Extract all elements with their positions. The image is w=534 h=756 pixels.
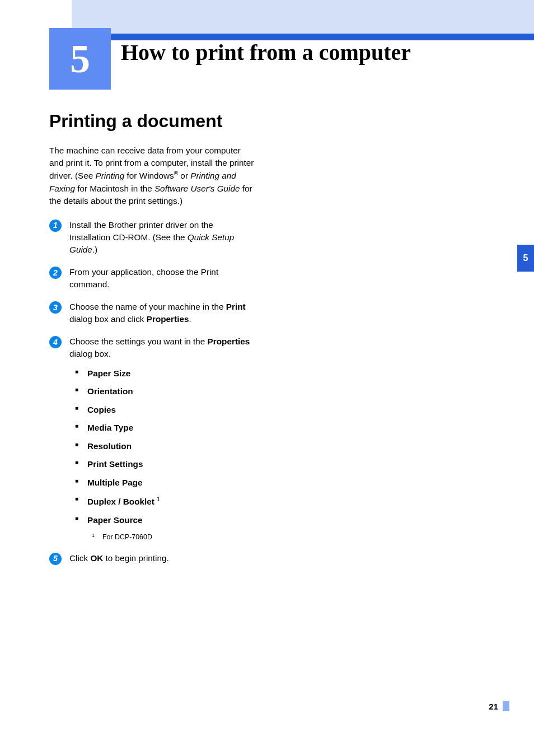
step-bullet: 4 bbox=[49, 336, 62, 348]
step-text-part: From your application, choose the Print … bbox=[69, 267, 218, 289]
side-tab: 5 bbox=[517, 245, 534, 272]
step-bullet: 2 bbox=[49, 267, 62, 279]
step-text-part: Click bbox=[69, 553, 90, 563]
list-item: Media Type bbox=[75, 422, 256, 434]
intro-italic-3: Software User's Guide bbox=[154, 184, 240, 193]
footnote-marker: 1 bbox=[157, 496, 160, 502]
body-column: The machine can receive data from your c… bbox=[49, 144, 256, 575]
step-bullet: 5 bbox=[49, 553, 62, 565]
side-tab-number: 5 bbox=[523, 253, 528, 263]
steps-list: 1 Install the Brother printer driver on … bbox=[49, 219, 256, 565]
section-heading: Printing a document bbox=[49, 111, 222, 132]
step-text: Click OK to begin printing. bbox=[69, 552, 256, 564]
list-item-with-footnote: Duplex / Booklet 1 bbox=[75, 494, 256, 508]
properties-list: Paper Size Orientation Copies Media Type… bbox=[75, 367, 256, 526]
step-text-bold: Properties bbox=[147, 314, 189, 324]
list-item: Resolution bbox=[75, 440, 256, 452]
step-text: From your application, choose the Print … bbox=[69, 266, 256, 291]
list-item-text: Duplex / Booklet bbox=[87, 497, 154, 506]
chapter-number: 5 bbox=[70, 36, 90, 82]
step-text-part: to begin printing. bbox=[103, 553, 168, 563]
step-text: Install the Brother printer driver on th… bbox=[69, 219, 256, 256]
step-text-part: Choose the settings you want in the bbox=[69, 337, 208, 346]
footnote-mark: 1 bbox=[92, 532, 95, 542]
chapter-number-box: 5 bbox=[49, 28, 111, 90]
page-number: 21 bbox=[489, 702, 498, 711]
list-item: Print Settings bbox=[75, 458, 256, 470]
step-1: 1 Install the Brother printer driver on … bbox=[49, 219, 256, 256]
header-light-bar bbox=[72, 0, 534, 34]
chapter-title: How to print from a computer bbox=[121, 39, 411, 66]
step-5: 5 Click OK to begin printing. bbox=[49, 552, 256, 565]
step-4: 4 Choose the settings you want in the Pr… bbox=[49, 335, 256, 543]
step-text-bold: Properties bbox=[208, 337, 250, 346]
step-text-part: . bbox=[189, 314, 191, 324]
step-text-part: dialog box. bbox=[69, 349, 111, 358]
list-item: Paper Source bbox=[75, 514, 256, 526]
intro-text: or bbox=[178, 171, 190, 180]
step-text-part: dialog box and click bbox=[69, 314, 147, 324]
footnote: 1 For DCP-7060D bbox=[92, 532, 256, 542]
step-bullet: 1 bbox=[49, 220, 62, 232]
list-item: Copies bbox=[75, 404, 256, 416]
step-2: 2 From your application, choose the Prin… bbox=[49, 266, 256, 291]
list-item: Multiple Page bbox=[75, 477, 256, 489]
step-text-bold: Print bbox=[226, 302, 246, 311]
step-3: 3 Choose the name of your machine in the… bbox=[49, 301, 256, 326]
step-text-bold: OK bbox=[90, 553, 103, 563]
intro-text: for Windows bbox=[124, 171, 174, 180]
list-item: Orientation bbox=[75, 385, 256, 398]
step-bullet: 3 bbox=[49, 301, 62, 314]
list-item: Paper Size bbox=[75, 367, 256, 380]
step-text: Choose the settings you want in the Prop… bbox=[69, 335, 256, 543]
intro-text: for Macintosh in the bbox=[75, 184, 154, 193]
step-text-part: Choose the name of your machine in the bbox=[69, 302, 226, 311]
step-text: Choose the name of your machine in the P… bbox=[69, 301, 256, 326]
step-text-part: .) bbox=[92, 245, 97, 254]
intro-paragraph: The machine can receive data from your c… bbox=[49, 144, 256, 208]
page-number-bar bbox=[503, 701, 509, 711]
footnote-text: For DCP-7060D bbox=[102, 532, 152, 542]
intro-italic-1: Printing bbox=[95, 171, 124, 180]
